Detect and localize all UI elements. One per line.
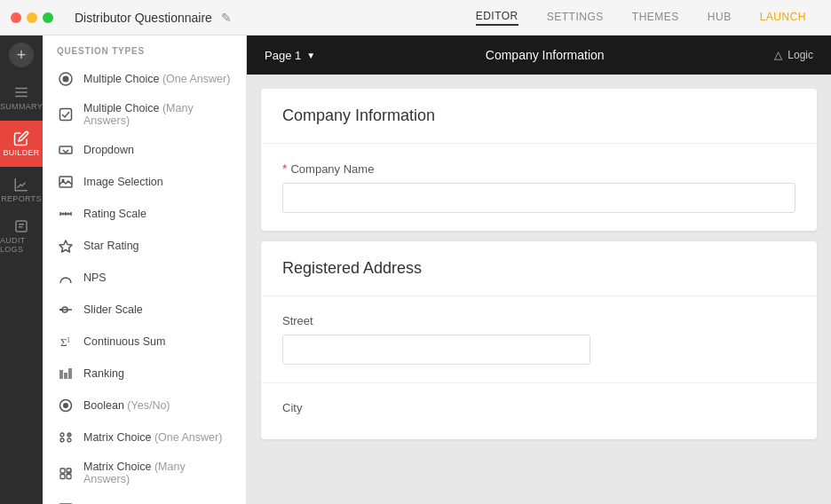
nav-tabs: EDITOR SETTINGS THEMES HUB LAUNCH [476, 10, 806, 26]
page-center-title: Company Information [315, 48, 774, 62]
page-header: Page 1 ▼ Company Information △ Logic [247, 35, 831, 75]
question-item-image-selection[interactable]: Image Selection [43, 166, 246, 198]
question-item-dropdown[interactable]: Dropdown [43, 134, 246, 166]
logic-label: Logic [787, 49, 813, 61]
question-item-star-rating[interactable]: Star Rating [43, 230, 246, 262]
title-bar-center: Distributor Questionnaire ✎ [60, 11, 469, 25]
company-name-field: * Company Name [261, 144, 817, 231]
svg-marker-18 [59, 240, 72, 252]
svg-point-33 [68, 434, 70, 436]
summary-label: SUMMARY [0, 102, 43, 111]
svg-point-7 [63, 76, 69, 83]
street-label: Street [282, 314, 795, 327]
tab-themes[interactable]: THEMES [632, 11, 679, 25]
matrix-choice-many-label: Matrix Choice (Many Answers) [83, 461, 232, 485]
svg-point-32 [67, 438, 71, 442]
ranking-label: Ranking [83, 367, 124, 380]
svg-text:1: 1 [67, 336, 70, 344]
add-button[interactable]: + [9, 43, 34, 67]
question-item-mc-many[interactable]: Multiple Choice (Many Answers) [43, 95, 246, 134]
radio-icon [57, 70, 75, 88]
app-title: Distributor Questionnaire [75, 11, 212, 25]
slider-scale-label: Slider Scale [83, 303, 143, 316]
matrix-one-icon [57, 429, 75, 446]
mc-many-label: Multiple Choice (Many Answers) [83, 102, 232, 127]
main-layout: + SUMMARY BUILDER REPORTS AUDIT LOGS [0, 35, 831, 504]
image-selection-label: Image Selection [83, 176, 163, 188]
street-field: Street [261, 296, 817, 383]
slider-icon [57, 301, 75, 319]
star-icon [57, 237, 75, 255]
question-item-nps[interactable]: NPS [43, 262, 246, 294]
editor-area: Page 1 ▼ Company Information △ Logic Com… [247, 35, 831, 504]
question-item-boolean[interactable]: Boolean (Yes/No) [43, 390, 246, 421]
required-star: * [282, 161, 287, 176]
checkbox-icon [57, 106, 75, 123]
page-dropdown-icon: ▼ [306, 51, 315, 60]
tab-editor[interactable]: EDITOR [476, 10, 518, 26]
sidebar-item-summary[interactable]: SUMMARY [0, 75, 43, 121]
svg-rect-34 [60, 469, 65, 473]
sidebar-item-reports[interactable]: REPORTS [0, 167, 43, 213]
question-item-matrix-rating-scale[interactable]: Matrix Rating Scale [43, 492, 246, 504]
svg-point-28 [63, 403, 68, 408]
company-info-card: Company Information * Company Name [261, 89, 817, 231]
nps-label: NPS [83, 272, 107, 284]
svg-rect-37 [67, 475, 71, 479]
registered-address-title: Registered Address [261, 241, 817, 296]
logic-icon: △ [774, 49, 782, 61]
close-button[interactable] [11, 12, 21, 23]
svg-rect-36 [60, 475, 65, 479]
question-item-mc-one[interactable]: Multiple Choice (One Answer) [43, 63, 246, 95]
matrix-many-icon [57, 464, 75, 482]
matrix-rating-icon [57, 500, 75, 504]
question-item-slider-scale[interactable]: Slider Scale [43, 294, 246, 326]
company-info-title: Company Information [261, 89, 817, 144]
svg-point-31 [60, 438, 64, 442]
traffic-lights [11, 12, 53, 23]
question-item-ranking[interactable]: Ranking [43, 358, 246, 390]
question-item-matrix-choice-one[interactable]: Matrix Choice (One Answer) [43, 421, 246, 453]
audit-logs-label: AUDIT LOGS [0, 236, 43, 254]
question-item-rating-scale[interactable]: Rating Scale [43, 198, 246, 230]
edit-title-icon[interactable]: ✎ [221, 11, 232, 25]
question-panel-header: QUESTION TYPES [43, 35, 246, 63]
sidebar-item-builder[interactable]: BUILDER [0, 121, 43, 167]
matrix-choice-one-label: Matrix Choice (One Answer) [83, 431, 222, 444]
svg-rect-24 [59, 370, 63, 379]
svg-rect-25 [64, 373, 67, 379]
tab-launch[interactable]: LAUNCH [760, 11, 806, 25]
editor-content: Company Information * Company Name Regis… [247, 75, 831, 464]
company-name-label: * Company Name [282, 161, 795, 176]
sidebar-item-audit-logs[interactable]: AUDIT LOGS [0, 213, 43, 259]
street-input[interactable] [282, 335, 590, 365]
minimize-button[interactable] [27, 12, 37, 23]
svg-rect-8 [60, 109, 72, 121]
question-item-matrix-choice-many[interactable]: Matrix Choice (Many Answers) [43, 453, 246, 492]
company-name-input[interactable] [282, 183, 795, 213]
ranking-icon [57, 365, 75, 382]
tab-settings[interactable]: SETTINGS [547, 11, 604, 25]
dropdown-icon [57, 141, 75, 159]
image-icon [57, 173, 75, 191]
rating-scale-icon [57, 205, 75, 223]
continuous-sum-label: Continuous Sum [83, 335, 165, 348]
city-label: City [282, 401, 795, 414]
dropdown-label: Dropdown [83, 144, 134, 156]
tab-hub[interactable]: HUB [708, 11, 732, 25]
mc-one-label: Multiple Choice (One Answer) [83, 73, 230, 85]
page-selector[interactable]: Page 1 ▼ [265, 49, 315, 62]
question-item-continuous-sum[interactable]: Σ 1 Continuous Sum [43, 326, 246, 358]
nps-icon [57, 269, 75, 287]
maximize-button[interactable] [43, 12, 53, 23]
rating-scale-label: Rating Scale [83, 208, 146, 220]
builder-label: BUILDER [3, 148, 39, 157]
svg-point-29 [60, 433, 64, 437]
title-bar: Distributor Questionnaire ✎ EDITOR SETTI… [0, 0, 831, 35]
svg-rect-26 [68, 368, 72, 379]
star-rating-label: Star Rating [83, 240, 139, 252]
sigma-icon: Σ 1 [57, 333, 75, 350]
question-panel: QUESTION TYPES Multiple Choice (One Answ… [43, 35, 247, 504]
boolean-icon [57, 397, 75, 414]
page-logic[interactable]: △ Logic [774, 49, 813, 61]
